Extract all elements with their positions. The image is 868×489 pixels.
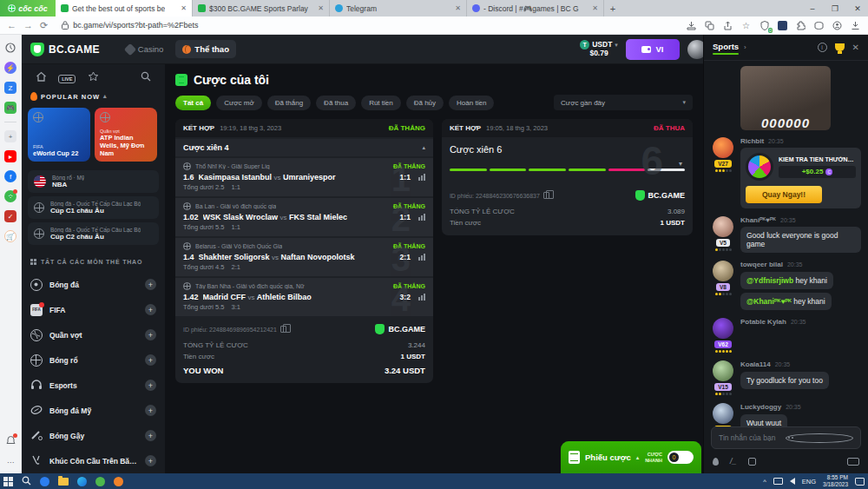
favorites-star-icon[interactable] xyxy=(84,71,103,83)
filter-won[interactable]: Đã thắng xyxy=(267,96,311,110)
network-icon[interactable] xyxy=(773,478,783,485)
sidebar-item-ice-hockey[interactable]: Khúc Côn Cầu Trên Băng + xyxy=(28,448,159,473)
stats-icon[interactable] xyxy=(418,174,425,181)
browser-tab-2[interactable]: $300 BC.GAME Sports Parlay ✕ xyxy=(193,0,330,17)
translate-icon[interactable] xyxy=(704,20,715,31)
history-icon[interactable] xyxy=(4,42,16,54)
file-explorer-icon[interactable] xyxy=(58,478,69,486)
shop-cart-icon[interactable]: 🛒 xyxy=(4,230,16,242)
search-icon[interactable] xyxy=(136,71,155,83)
betslip-button[interactable]: Phiếu cược ▴ CƯỢCNHANH xyxy=(561,441,701,473)
expand-plus-icon[interactable]: + xyxy=(145,430,156,441)
emoji-icon[interactable] xyxy=(786,433,854,443)
bcgame-logo[interactable]: BC.GAME xyxy=(30,43,100,56)
bet-card-lost[interactable]: KẾT HỢP19:05, 18 thg 3, 2023 ĐÃ THUA 6 ▾… xyxy=(442,119,693,235)
popular-now-header[interactable]: POPULAR NOW ▴ xyxy=(28,92,159,108)
window-close-button[interactable]: ✕ xyxy=(847,4,868,13)
games-icon[interactable]: 🎮 xyxy=(4,102,16,114)
chevron-right-icon[interactable]: › xyxy=(744,43,746,51)
dice-icon[interactable] xyxy=(748,458,756,466)
expand-plus-icon[interactable]: + xyxy=(145,380,156,391)
window-maximize-button[interactable]: ❐ xyxy=(825,4,845,13)
adblock-shield-icon[interactable]: 0 xyxy=(759,20,770,31)
chat-tab-sports[interactable]: Sports xyxy=(713,42,739,54)
league-item-c1[interactable]: Bóng đá - Quốc Tế Cấp Câu Lạc BộCúp C1 c… xyxy=(28,196,159,219)
new-tab-button[interactable]: + xyxy=(604,0,621,17)
parlay-header[interactable]: Cược xiên 4 ▴ xyxy=(175,139,433,156)
spin-now-button[interactable]: Quay Ngay!! xyxy=(746,186,822,203)
expand-plus-icon[interactable]: + xyxy=(145,354,156,366)
add-shortcut-icon[interactable]: + xyxy=(4,130,16,142)
more-icon[interactable]: ⋯ xyxy=(4,456,16,468)
expand-plus-icon[interactable]: + xyxy=(145,405,156,416)
check-app-icon[interactable]: ✓ xyxy=(4,210,16,222)
extensions-icon[interactable] xyxy=(795,20,806,31)
popular-card-fifa[interactable]: FIFA eWorld Cup 22 xyxy=(28,108,90,162)
sidebar-item-fifa[interactable]: FIFA FIFA + xyxy=(28,297,159,322)
sidebar-item-basketball[interactable]: Bóng rổ + xyxy=(28,347,159,373)
tab-close-icon[interactable]: ✕ xyxy=(592,4,598,12)
avatar[interactable] xyxy=(713,216,733,237)
address-bar[interactable]: bc.game/vi/sports?bt-path=%2Fbets xyxy=(55,19,679,32)
downloads-icon[interactable] xyxy=(850,20,861,31)
stats-icon[interactable] xyxy=(418,254,425,261)
trophy-icon[interactable] xyxy=(835,43,845,51)
browser-tab-4[interactable]: - Discord | #🎮games | BC G ✕ xyxy=(467,0,604,17)
filter-cashout[interactable]: Rút tiền xyxy=(361,96,401,110)
filter-all[interactable]: Tất cả xyxy=(175,96,211,110)
keyboard-icon[interactable] xyxy=(847,458,859,466)
extension-box-icon[interactable] xyxy=(777,20,788,31)
copy-icon[interactable] xyxy=(280,326,286,333)
expand-plus-icon[interactable]: + xyxy=(145,279,156,290)
profile-icon[interactable] xyxy=(832,20,843,31)
coc-coc-logo[interactable]: cốc cốc xyxy=(0,0,56,17)
nav-sports[interactable]: Thể thao xyxy=(175,40,236,58)
taskbar-search-icon[interactable] xyxy=(22,473,31,489)
taskbar-app-orange[interactable] xyxy=(114,477,123,486)
expand-plus-icon[interactable]: + xyxy=(145,329,156,340)
back-button[interactable]: ← xyxy=(7,20,16,30)
app-dots-icon[interactable]: ⁘ xyxy=(4,190,16,202)
window-minimize-button[interactable]: – xyxy=(802,4,823,13)
filter-refund[interactable]: Hoàn tiền xyxy=(449,96,494,110)
parlay-header[interactable]: 6 ▾ Cược xiên 6 xyxy=(442,137,693,180)
stats-icon[interactable] xyxy=(418,294,425,301)
bet-card-won[interactable]: KẾT HỢP19:19, 18 thg 3, 2023 ĐÃ THẮNG Cư… xyxy=(175,119,433,383)
avatar[interactable] xyxy=(713,137,733,158)
zalo-icon[interactable]: Z xyxy=(4,82,16,94)
share-icon[interactable] xyxy=(722,20,733,31)
clock[interactable]: 8:55 PM3/18/2023 xyxy=(823,474,848,488)
chat-input[interactable]: Tin nhắn của bạn xyxy=(711,426,861,449)
copy-icon[interactable] xyxy=(543,192,549,199)
league-item-nba[interactable]: Bóng rổ · MỹNBA xyxy=(28,170,159,193)
browser-tab-1[interactable]: Get the best out of sports be ✕ xyxy=(56,0,193,17)
avatar[interactable] xyxy=(713,360,733,381)
tab-close-icon[interactable]: ✕ xyxy=(455,4,461,12)
language-indicator[interactable]: ENG xyxy=(802,478,816,486)
forward-button[interactable]: → xyxy=(23,20,33,30)
sidebar-item-cricket[interactable]: Bóng Gậy + xyxy=(28,423,159,448)
bookmark-star-icon[interactable]: ☆ xyxy=(740,20,752,31)
tab-close-icon[interactable]: ✕ xyxy=(318,4,324,12)
avatar[interactable] xyxy=(713,318,733,339)
popular-card-atp[interactable]: Quần vợt ATP Indian Wells, Mỹ Đơn Nam xyxy=(95,108,157,162)
save-page-icon[interactable] xyxy=(686,20,697,31)
messenger-icon[interactable]: ⚡ xyxy=(4,62,16,74)
youtube-icon[interactable]: ▸ xyxy=(4,150,16,162)
filter-cancelled[interactable]: Đã hủy xyxy=(406,96,444,110)
start-button[interactable] xyxy=(3,477,13,486)
facebook-icon[interactable]: f xyxy=(4,170,16,182)
expand-plus-icon[interactable]: + xyxy=(145,304,156,315)
avatar[interactable] xyxy=(713,261,733,281)
home-icon[interactable] xyxy=(31,71,50,83)
stats-icon[interactable] xyxy=(418,214,425,221)
balance-selector[interactable]: TUSDT▾ $0.79 xyxy=(580,40,618,58)
sidebar-item-tennis[interactable]: Quần vợt + xyxy=(28,322,159,347)
tab-close-icon[interactable]: ✕ xyxy=(181,4,187,12)
volume-icon[interactable] xyxy=(790,478,795,485)
sidebar-toggle-icon[interactable] xyxy=(813,20,825,31)
edge-icon[interactable] xyxy=(77,477,87,486)
coc-coc-taskbar-icon[interactable] xyxy=(95,477,105,486)
tray-chevron[interactable]: ^ xyxy=(763,478,766,486)
spin-promo-card[interactable]: KIỂM TRA TIỀN THƯỞNG VÒNG QU +$0.25C Qua… xyxy=(740,148,861,208)
